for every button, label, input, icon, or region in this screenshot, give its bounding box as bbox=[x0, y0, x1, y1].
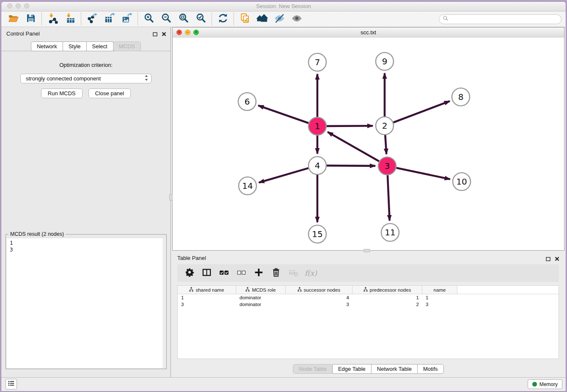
horizontal-splitter-grip[interactable] bbox=[363, 249, 370, 252]
tab-style[interactable]: Style bbox=[63, 41, 87, 51]
column-header-MCDS-role[interactable]: MCDS role bbox=[236, 286, 286, 294]
table-cell[interactable]: 3 bbox=[286, 302, 352, 307]
table-row[interactable]: 1dominator411 bbox=[178, 294, 559, 301]
svg-text:8: 8 bbox=[458, 92, 464, 102]
refresh-button[interactable] bbox=[214, 12, 231, 26]
export-network-button[interactable] bbox=[83, 12, 101, 26]
tab-select[interactable]: Select bbox=[86, 41, 113, 51]
export-table-button[interactable] bbox=[101, 12, 118, 26]
network-zoom-icon[interactable]: + bbox=[193, 30, 199, 35]
task-history-button[interactable] bbox=[6, 379, 17, 389]
column-header-name[interactable]: name bbox=[422, 286, 457, 294]
table-cell[interactable]: 3 bbox=[422, 302, 457, 307]
tab-network-table[interactable]: Network Table bbox=[371, 364, 418, 374]
network-minimize-icon[interactable]: − bbox=[185, 30, 190, 35]
graph-node-8[interactable]: 8 bbox=[452, 88, 470, 106]
hide-panels-button[interactable] bbox=[271, 12, 288, 26]
criterion-dropdown[interactable]: strongly connected component bbox=[20, 74, 151, 83]
float-table-panel-icon[interactable] bbox=[546, 255, 550, 263]
zoom-out-button[interactable] bbox=[157, 12, 175, 26]
graph-node-6[interactable]: 6 bbox=[238, 93, 256, 110]
table-cell[interactable]: 1 bbox=[178, 295, 236, 300]
graph-node-7[interactable]: 7 bbox=[308, 53, 326, 71]
graph-node-9[interactable]: 9 bbox=[376, 52, 394, 70]
column-header-successor-nodes[interactable]: successor nodes bbox=[286, 286, 352, 294]
zoom-selected-button[interactable] bbox=[192, 12, 209, 26]
table-settings-button[interactable] bbox=[182, 265, 197, 281]
graph-node-10[interactable]: 10 bbox=[453, 173, 471, 190]
table-cell[interactable]: 2 bbox=[352, 302, 422, 307]
node-table[interactable]: shared nameMCDS rolesuccessor nodesprede… bbox=[177, 285, 559, 359]
graph-edge-4-3[interactable] bbox=[327, 166, 375, 166]
tab-motifs[interactable]: Motifs bbox=[417, 364, 444, 374]
graph-node-4[interactable]: 4 bbox=[308, 157, 326, 174]
graph-edge-2-3[interactable] bbox=[385, 135, 386, 154]
close-window-icon[interactable] bbox=[7, 3, 12, 8]
graph-edge-1-2[interactable] bbox=[327, 126, 373, 126]
tab-mcds[interactable]: MCDS bbox=[113, 41, 141, 51]
run-mcds-button[interactable]: Run MCDS bbox=[41, 88, 83, 98]
show-all-columns-button[interactable] bbox=[216, 265, 232, 281]
close-table-panel-icon[interactable] bbox=[555, 255, 559, 263]
table-cell[interactable]: 4 bbox=[286, 295, 352, 300]
show-panels-button[interactable] bbox=[288, 12, 306, 26]
graph-edge-4-14[interactable] bbox=[259, 168, 308, 182]
graph-node-2[interactable]: 2 bbox=[376, 117, 394, 135]
clone-network-button[interactable] bbox=[236, 12, 253, 26]
table-cell[interactable]: 3 bbox=[178, 302, 236, 307]
create-column-button[interactable] bbox=[251, 265, 267, 281]
search-input[interactable] bbox=[451, 16, 561, 23]
column-view-button[interactable] bbox=[199, 265, 215, 281]
memory-button[interactable]: Memory bbox=[528, 379, 562, 389]
home-icon bbox=[256, 13, 268, 26]
home-button[interactable] bbox=[253, 12, 271, 26]
graph-node-1[interactable]: 1 bbox=[308, 117, 326, 135]
float-panel-icon[interactable] bbox=[153, 30, 157, 38]
graph-node-15[interactable]: 15 bbox=[308, 225, 326, 243]
graph-edge-1-6[interactable] bbox=[258, 105, 308, 123]
open-session-button[interactable] bbox=[5, 12, 22, 26]
column-header-predecessor-nodes[interactable]: predecessor nodes bbox=[352, 286, 422, 294]
graph-edge-3-1[interactable] bbox=[328, 132, 379, 161]
mcds-result-textarea[interactable]: 1 3 bbox=[7, 238, 165, 368]
delete-columns-button[interactable] bbox=[268, 265, 284, 281]
gear-icon bbox=[185, 268, 194, 279]
zoom-out-icon bbox=[161, 13, 172, 25]
close-panel-button[interactable]: Close panel bbox=[88, 88, 131, 98]
result-scrollbar[interactable] bbox=[162, 238, 165, 368]
table-cell[interactable]: 1 bbox=[422, 295, 457, 300]
graph-node-11[interactable]: 11 bbox=[381, 224, 399, 241]
zoom-fit-button[interactable] bbox=[175, 12, 192, 26]
import-network-button[interactable] bbox=[44, 12, 61, 26]
save-session-button[interactable] bbox=[22, 12, 39, 26]
vertical-splitter-grip[interactable] bbox=[169, 194, 173, 201]
tab-edge-table[interactable]: Edge Table bbox=[332, 364, 372, 374]
zoom-in-button[interactable] bbox=[140, 12, 157, 26]
control-panel-tabs: NetworkStyleSelectMCDS bbox=[1, 41, 171, 51]
close-panel-icon[interactable] bbox=[162, 30, 166, 38]
table-cell[interactable]: dominator bbox=[236, 295, 286, 300]
columns-icon bbox=[202, 268, 212, 279]
table-row[interactable]: 3dominator323 bbox=[178, 301, 559, 308]
import-table-button[interactable] bbox=[61, 12, 79, 26]
zoom-window-icon[interactable] bbox=[24, 3, 29, 8]
graph-edge-3-10[interactable] bbox=[396, 168, 450, 179]
graph-edge-3-11[interactable] bbox=[388, 175, 390, 221]
table-cell[interactable]: 1 bbox=[352, 295, 422, 300]
hide-all-columns-button[interactable] bbox=[234, 265, 249, 281]
search-box[interactable] bbox=[439, 14, 561, 24]
memory-label: Memory bbox=[539, 381, 558, 387]
tab-node-table[interactable]: Node Table bbox=[293, 364, 333, 374]
graph-edge-2-8[interactable] bbox=[394, 101, 450, 122]
network-canvas[interactable]: 7968124314101511 bbox=[173, 38, 564, 250]
graph-node-14[interactable]: 14 bbox=[239, 177, 256, 195]
network-window-titlebar[interactable]: × − + scc.txt bbox=[173, 28, 564, 38]
export-image-button[interactable] bbox=[118, 12, 135, 26]
toolbar-separator bbox=[138, 13, 138, 25]
minimize-window-icon[interactable] bbox=[16, 3, 21, 8]
column-header-shared-name[interactable]: shared name bbox=[178, 286, 236, 294]
tab-network[interactable]: Network bbox=[31, 41, 63, 51]
table-cell[interactable]: dominator bbox=[236, 302, 286, 307]
graph-node-3[interactable]: 3 bbox=[378, 157, 396, 175]
network-close-icon[interactable]: × bbox=[176, 30, 182, 35]
